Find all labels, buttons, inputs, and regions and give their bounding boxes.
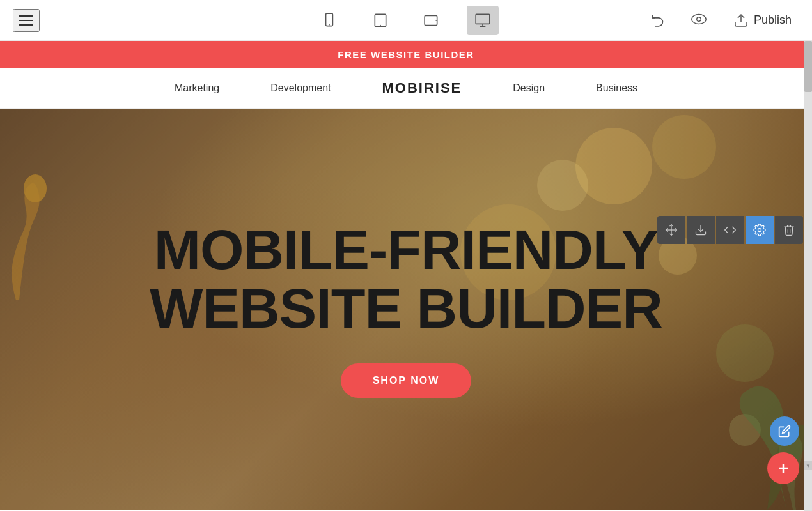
tablet-landscape-icon: [423, 12, 440, 29]
pencil-icon: [778, 425, 791, 438]
move-icon: [665, 224, 678, 236]
hero-section: MOBILE-FRIENDLY WEBSITE BUILDER SHOP NOW: [0, 109, 812, 510]
publish-button[interactable]: Publish: [726, 8, 799, 33]
desktop-view-button[interactable]: [467, 6, 499, 35]
scroll-down-arrow[interactable]: ▼: [804, 461, 812, 470]
mobile-icon: [321, 12, 338, 29]
hero-content: MOBILE-FRIENDLY WEBSITE BUILDER SHOP NOW: [0, 109, 812, 510]
svg-rect-6: [476, 14, 490, 24]
settings-icon: [753, 224, 766, 236]
undo-button[interactable]: [645, 6, 672, 34]
promo-text: FREE WEBSITE BUILDER: [338, 49, 474, 60]
download-icon: [694, 224, 707, 236]
hero-cta-button[interactable]: SHOP NOW: [341, 363, 472, 398]
block-settings-button[interactable]: [746, 216, 774, 244]
tablet-icon: [372, 12, 389, 29]
device-switcher: [313, 6, 499, 35]
plus-icon: [776, 461, 791, 476]
trash-icon: [783, 224, 795, 236]
add-fab-button[interactable]: [767, 452, 799, 484]
publish-label: Publish: [754, 13, 792, 27]
promo-banner: FREE WEBSITE BUILDER: [0, 41, 812, 68]
site-logo: MOBIRISE: [382, 80, 462, 96]
svg-point-10: [697, 17, 701, 22]
hero-title-line2: WEBSITE BUILDER: [150, 279, 662, 338]
publish-icon: [733, 13, 749, 28]
preview-button[interactable]: [685, 7, 713, 33]
nav-item-development[interactable]: Development: [270, 82, 331, 94]
toolbar-left: [13, 9, 40, 32]
site-nav: Marketing Development MOBIRISE Design Bu…: [0, 68, 812, 109]
nav-item-marketing[interactable]: Marketing: [175, 82, 219, 94]
svg-point-9: [692, 15, 706, 24]
block-download-button[interactable]: [687, 216, 715, 244]
svg-rect-4: [425, 15, 437, 25]
edit-fab-button[interactable]: [770, 416, 799, 446]
nav-item-design[interactable]: Design: [513, 82, 545, 94]
scrollbar-track[interactable]: [804, 41, 812, 511]
desktop-icon: [474, 12, 491, 29]
code-icon: [724, 224, 737, 236]
scrollbar-thumb[interactable]: [804, 41, 812, 92]
block-delete-button[interactable]: [775, 216, 803, 244]
mobile-view-button[interactable]: [313, 6, 345, 35]
hero-title-line1: MOBILE-FRIENDLY: [150, 220, 662, 279]
svg-point-16: [758, 229, 761, 232]
tablet-landscape-view-button[interactable]: [416, 6, 448, 35]
undo-icon: [650, 11, 667, 27]
toolbar-right: Publish: [645, 6, 799, 34]
block-code-button[interactable]: [716, 216, 744, 244]
hero-title: MOBILE-FRIENDLY WEBSITE BUILDER: [150, 220, 662, 339]
tablet-view-button[interactable]: [364, 6, 396, 35]
nav-item-business[interactable]: Business: [596, 82, 637, 94]
eye-icon: [690, 12, 708, 26]
top-toolbar: Publish: [0, 0, 812, 41]
block-toolbar: [657, 216, 803, 244]
block-move-button[interactable]: [657, 216, 685, 244]
menu-button[interactable]: [13, 9, 40, 32]
